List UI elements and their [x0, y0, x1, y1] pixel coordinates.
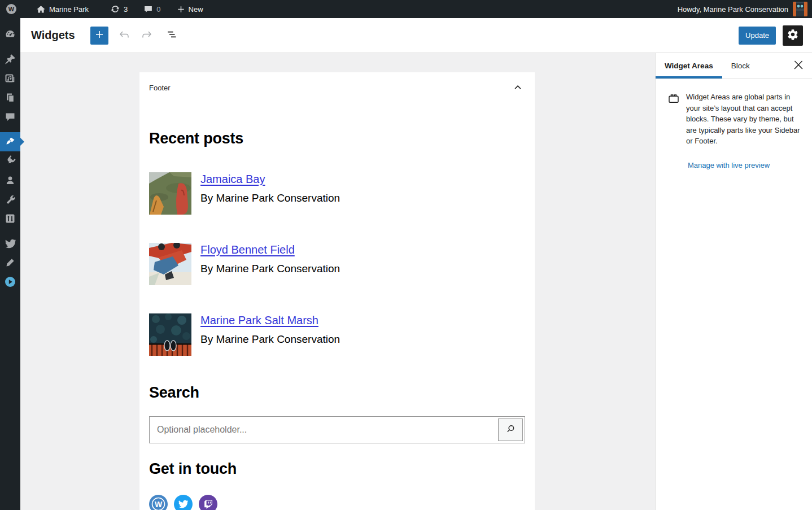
widget-box-icon [667, 91, 680, 147]
editor-header: Widgets Update [20, 18, 812, 53]
update-button[interactable]: Update [739, 27, 776, 45]
redo-icon [140, 28, 154, 43]
pin-icon [5, 54, 16, 65]
new-content-menu[interactable]: New [171, 0, 209, 18]
manage-live-preview-link[interactable]: Manage with live preview [688, 161, 770, 169]
twitter-social-icon[interactable] [174, 495, 193, 510]
svg-text:W: W [8, 6, 15, 12]
gear-icon [787, 28, 799, 42]
site-name: Marine Park [49, 5, 89, 14]
tab-widget-areas[interactable]: Widget Areas [656, 53, 722, 79]
updates-icon [110, 4, 120, 14]
avatar[interactable] [793, 2, 807, 16]
admin-bar: W Marine Park 3 0 New Howdy, Marine P [0, 0, 812, 18]
post-link[interactable]: Marine Park Salt Marsh [200, 313, 318, 327]
sidebar-item-plugins[interactable] [0, 151, 20, 171]
new-label: New [189, 5, 203, 14]
sliders-icon [5, 213, 16, 224]
plus-icon [177, 5, 185, 14]
sidebar-item-videos[interactable] [0, 272, 20, 291]
search-submit-button[interactable] [498, 419, 523, 441]
settings-toggle-button[interactable] [783, 25, 803, 46]
media-icon [5, 73, 16, 84]
undo-button[interactable] [114, 25, 134, 46]
sidebar-item-dashboard[interactable] [0, 25, 20, 44]
sidebar-item-users[interactable] [0, 171, 20, 190]
sidebar-item-tools[interactable] [0, 190, 20, 209]
post-byline: By Marine Park Conservation [200, 192, 340, 204]
paintbrush-icon [5, 136, 16, 147]
sidebar-item-posts[interactable] [0, 50, 20, 69]
sidebar-item-appearance[interactable] [0, 132, 20, 151]
post-item: Marine Park Salt Marsh By Marine Park Co… [149, 313, 525, 356]
sidebar-item-media[interactable] [0, 69, 20, 88]
site-menu[interactable]: Marine Park [30, 0, 94, 18]
undo-icon [117, 28, 131, 43]
widget-areas-description: Widget Areas are global parts in your si… [686, 91, 801, 147]
howdy-text: Howdy, Marine Park Conservation [678, 5, 788, 14]
wrench-icon [5, 194, 16, 205]
settings-sidebar: Widget Areas Block Widget Areas are glob… [655, 53, 812, 510]
dashboard-icon [5, 29, 16, 40]
footer-widget-area-panel: Footer Recent posts [139, 72, 535, 510]
svg-text:W: W [155, 500, 163, 509]
widget-area-name: Footer [149, 84, 171, 92]
post-thumbnail-jamaica-bay [149, 172, 191, 215]
editor-workspace: Footer Recent posts [20, 53, 655, 510]
collapse-panel-button[interactable] [509, 78, 527, 98]
plus-icon [93, 28, 106, 43]
get-in-touch-heading: Get in touch [149, 460, 525, 478]
post-byline: By Marine Park Conservation [200, 263, 340, 275]
sidebar-item-comments[interactable] [0, 107, 20, 127]
block-inserter-button[interactable] [90, 27, 108, 45]
search-block [149, 416, 525, 443]
comment-count: 0 [156, 5, 160, 14]
updates-menu[interactable]: 3 [104, 0, 133, 18]
play-circle-icon [5, 276, 16, 287]
post-item: Jamaica Bay By Marine Park Conservation [149, 172, 525, 215]
close-sidebar-button[interactable] [785, 53, 812, 79]
tab-block[interactable]: Block [722, 53, 759, 79]
comment-bubble-icon [143, 5, 153, 14]
page-title: Widgets [31, 29, 75, 42]
social-links-block: W [149, 495, 525, 510]
post-thumbnail-salt-marsh [149, 313, 191, 356]
comments-icon [5, 111, 16, 123]
plug-icon [5, 155, 16, 167]
sidebar-tabs: Widget Areas Block [656, 53, 812, 79]
wordpress-logo-menu[interactable]: W [0, 0, 23, 18]
user-icon [5, 175, 16, 186]
post-link[interactable]: Floyd Bennet Field [200, 243, 295, 256]
pages-icon [5, 92, 16, 103]
list-view-icon [165, 28, 178, 43]
search-input[interactable] [149, 416, 525, 443]
sidebar-item-pages[interactable] [0, 88, 20, 107]
comments-menu[interactable]: 0 [138, 0, 166, 18]
wordpress-logo-icon: W [6, 3, 17, 15]
redo-button[interactable] [137, 25, 157, 46]
sidebar-item-twitter[interactable] [0, 234, 20, 253]
twitch-social-icon[interactable] [199, 495, 217, 510]
my-account-menu[interactable]: Howdy, Marine Park Conservation [672, 0, 788, 18]
post-byline: By Marine Park Conservation [200, 333, 340, 346]
sidebar-item-settings[interactable] [0, 209, 20, 228]
wordpress-social-icon[interactable]: W [149, 495, 168, 510]
admin-menu-rail [0, 18, 20, 510]
pencil-icon [5, 258, 15, 268]
twitter-bird-icon [5, 238, 16, 249]
post-link[interactable]: Jamaica Bay [200, 172, 265, 186]
active-item-arrow [20, 138, 24, 146]
chevron-up-icon [511, 80, 525, 95]
document-overview-button[interactable] [161, 25, 182, 46]
post-thumbnail-floyd-bennet-field [149, 243, 191, 285]
widget-areas-info: Widget Areas are global parts in your si… [656, 79, 812, 147]
widget-area-panel-header[interactable]: Footer [139, 72, 535, 103]
search-heading: Search [149, 384, 525, 402]
close-icon [792, 58, 805, 73]
post-item: Floyd Bennet Field By Marine Park Conser… [149, 243, 525, 285]
home-icon [36, 5, 46, 14]
search-icon [504, 423, 517, 437]
sidebar-item-pencil[interactable] [0, 253, 20, 272]
update-count: 3 [124, 5, 128, 14]
recent-posts-heading: Recent posts [149, 130, 525, 147]
